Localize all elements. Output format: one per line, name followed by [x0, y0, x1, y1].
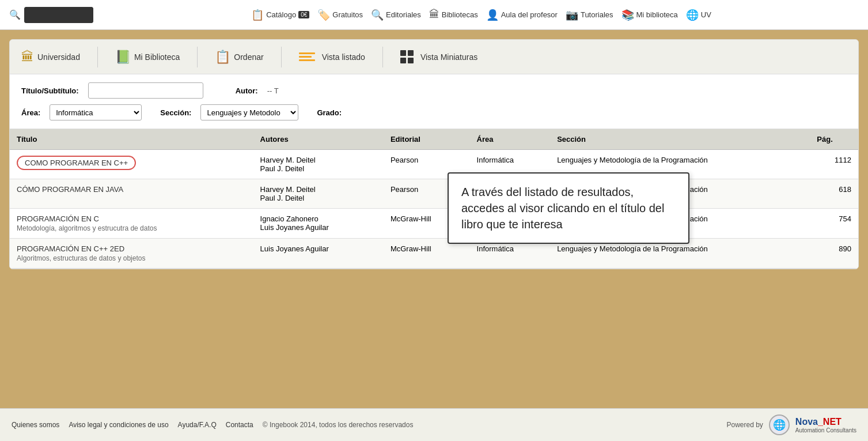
nav-tutoriales-label: Tutoriales	[581, 10, 613, 19]
tutoriales-icon: 📷	[566, 9, 578, 21]
uv-icon: 🌐	[686, 9, 699, 21]
table-header-row: Título Autores Editorial Área Sección Pá…	[10, 129, 858, 150]
search-input[interactable]	[24, 7, 93, 23]
footer-quienes-somos[interactable]: Quienes somos	[12, 421, 59, 429]
nav-divider-3	[281, 47, 282, 67]
nav-ordenar-label: Ordenar	[234, 52, 263, 62]
vista-listado-icon	[299, 52, 315, 61]
cell-titulo: PROGRAMACIÓN EN C++ 2EDAlgoritmos, estru…	[10, 239, 253, 269]
nav-bibliotecas-label: Bibliotecas	[442, 10, 478, 19]
table-row: PROGRAMACIÓN EN CMetodología, algoritmos…	[10, 209, 858, 239]
tooltip-text: A través del listado de resultados, acce…	[461, 186, 664, 231]
nav-editoriales[interactable]: 🔍 Editoriales	[371, 9, 421, 21]
footer-aviso-legal[interactable]: Aviso legal y condiciones de uso	[69, 421, 168, 429]
search-row-1: Título/Subtítulo: Autor: -- T	[21, 82, 847, 99]
mi-biblioteca-icon: 📚	[621, 9, 634, 21]
nav-universidad-label: Universidad	[37, 52, 80, 62]
titulo-input[interactable]	[88, 82, 203, 99]
nav-tutoriales[interactable]: 📷 Tutoriales	[566, 9, 613, 21]
nav-vista-listado-label: Vista listado	[322, 52, 365, 62]
nav-aula-profesor[interactable]: 👤 Aula del profesor	[486, 9, 558, 21]
cell-autores: Ignacio Zahonero Luis Joyanes Aguilar	[253, 209, 384, 239]
footer-copyright: © Ingebook 2014, todos los derechos rese…	[263, 421, 414, 429]
editoriales-icon: 🔍	[371, 9, 384, 21]
nav-ordenar[interactable]: 📋 Ordenar	[215, 50, 263, 65]
footer-right: Powered by 🌐 Nova_NET Automation Consult…	[726, 414, 856, 435]
top-nav: 🔍 📋 Catálogo 0€ 🏷️ Gratuitos 🔍 Editorial…	[0, 0, 868, 30]
nav-aula-profesor-label: Aula del profesor	[501, 10, 558, 19]
cell-titulo: CÓMO PROGRAMAR EN JAVA	[10, 179, 253, 209]
nova-net-logo: Nova_NET Automation Consultants	[795, 417, 856, 434]
nav-mi-biblioteca-label: Mi biblioteca	[636, 10, 678, 19]
catalogo-icon: 📋	[251, 9, 264, 21]
nav-catalogo[interactable]: 📋 Catálogo 0€	[251, 9, 309, 21]
nav-vista-miniaturas-label: Vista Miniaturas	[420, 52, 477, 62]
nav-uv[interactable]: 🌐 UV	[686, 9, 711, 21]
nav-mi-biblioteca[interactable]: 📚 Mi biblioteca	[621, 9, 678, 21]
tooltip-box: A través del listado de resultados, acce…	[448, 172, 689, 244]
book-title-link[interactable]: CÓMO PROGRAMAR EN JAVA	[17, 185, 123, 194]
autor-value: -- T	[267, 86, 302, 95]
cell-pag: 890	[810, 239, 858, 269]
cell-autores: Harvey M. Deitel Paul J. Deitel	[253, 150, 384, 179]
ordenar-icon: 📋	[215, 50, 230, 65]
col-titulo: Título	[10, 129, 253, 150]
catalogo-badge: 0€	[298, 11, 309, 18]
nav-gratuitos[interactable]: 🏷️ Gratuitos	[317, 9, 363, 21]
book-subtitle: Algoritmos, estructuras de datos y objet…	[17, 254, 247, 262]
cell-pag: 1112	[810, 150, 858, 179]
top-nav-links: 📋 Catálogo 0€ 🏷️ Gratuitos 🔍 Editoriales…	[104, 9, 859, 21]
area-select[interactable]: Informática	[50, 104, 142, 120]
titulo-label: Título/Subtítulo:	[21, 86, 79, 95]
book-title-link[interactable]: PROGRAMACIÓN EN C++ 2ED	[17, 244, 124, 253]
grado-label: Grado:	[317, 108, 342, 117]
second-nav: 🏛 Universidad 📗 Mi Biblioteca 📋 Ordenar …	[10, 40, 858, 74]
footer: Quienes somos Aviso legal y condiciones …	[0, 408, 868, 441]
nav-uv-label: UV	[701, 10, 711, 19]
vista-miniaturas-icon	[400, 50, 414, 63]
nav-vista-miniaturas[interactable]: Vista Miniaturas	[400, 50, 477, 63]
book-subtitle: Metodología, algoritmos y estrucutra de …	[17, 224, 247, 232]
area-label: Área:	[21, 108, 40, 117]
globe-logo-icon: 🌐	[769, 414, 790, 435]
seccion-select[interactable]: Lenguajes y Metodolo	[200, 104, 298, 120]
powered-by-label: Powered by	[726, 421, 763, 429]
cell-autores: Luis Joyanes Aguilar	[253, 239, 384, 269]
nav-gratuitos-label: Gratuitos	[332, 10, 363, 19]
bibliotecas-icon: 🏛	[429, 9, 439, 21]
cell-autores: Harvey M. Deitel Paul J. Deitel	[253, 179, 384, 209]
col-editorial: Editorial	[384, 129, 470, 150]
nav-mi-biblioteca-second[interactable]: 📗 Mi Biblioteca	[115, 50, 180, 65]
table-row: COMO PROGRAMAR EN C++Harvey M. Deitel Pa…	[10, 150, 858, 179]
cell-pag: 618	[810, 179, 858, 209]
nav-universidad[interactable]: 🏛 Universidad	[21, 50, 80, 65]
footer-ayuda[interactable]: Ayuda/F.A.Q	[178, 421, 217, 429]
nav-mi-biblioteca-second-label: Mi Biblioteca	[134, 52, 180, 62]
table-row: PROGRAMACIÓN EN C++ 2EDAlgoritmos, estru…	[10, 239, 858, 269]
col-pag: Pág.	[810, 129, 858, 150]
search-area: 🔍	[9, 7, 93, 23]
gratuitos-icon: 🏷️	[317, 9, 330, 21]
search-form: Título/Subtítulo: Autor: -- T Área: Info…	[10, 74, 858, 129]
universidad-icon: 🏛	[21, 50, 34, 65]
cell-titulo: PROGRAMACIÓN EN CMetodología, algoritmos…	[10, 209, 253, 239]
col-seccion: Sección	[550, 129, 810, 150]
book-title-link[interactable]: PROGRAMACIÓN EN C	[17, 214, 99, 223]
mi-biblioteca-second-icon: 📗	[115, 50, 131, 65]
cell-pag: 754	[810, 209, 858, 239]
aula-profesor-icon: 👤	[486, 9, 499, 21]
nav-vista-listado[interactable]: Vista listado	[299, 52, 365, 62]
nav-divider-2	[197, 47, 198, 67]
main-wrapper: 🏛 Universidad 📗 Mi Biblioteca 📋 Ordenar …	[0, 30, 868, 408]
col-autores: Autores	[253, 129, 384, 150]
table-row: CÓMO PROGRAMAR EN JAVAHarvey M. Deitel P…	[10, 179, 858, 209]
nav-divider-4	[382, 47, 383, 67]
nav-editoriales-label: Editoriales	[386, 10, 421, 19]
footer-contacta[interactable]: Contacta	[226, 421, 253, 429]
book-title-link[interactable]: COMO PROGRAMAR EN C++	[25, 159, 128, 167]
autor-label: Autor:	[236, 86, 258, 95]
nav-bibliotecas[interactable]: 🏛 Bibliotecas	[429, 9, 478, 21]
nav-catalogo-label: Catálogo	[266, 10, 296, 19]
nav-divider-1	[97, 47, 98, 67]
search-icon: 🔍	[9, 9, 21, 20]
